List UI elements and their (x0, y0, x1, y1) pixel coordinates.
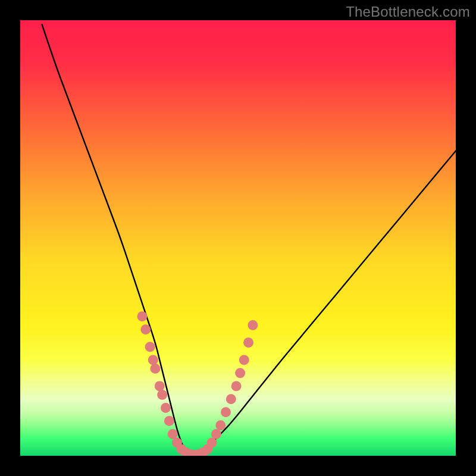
curve-marker (164, 416, 174, 426)
curve-marker (161, 403, 171, 413)
curve-marker (248, 320, 258, 330)
watermark-text: TheBottleneck.com (346, 4, 470, 20)
curve-marker (231, 381, 242, 391)
curve-marker (150, 364, 160, 374)
plot-area (20, 20, 456, 456)
curve-marker (140, 324, 151, 334)
chart-svg (20, 20, 456, 456)
curve-marker (157, 390, 167, 400)
curve-marker (168, 429, 178, 439)
curve-marker (226, 394, 236, 404)
curve-marker (155, 381, 165, 391)
curve-marker (148, 355, 158, 365)
curve-marker (207, 438, 217, 448)
curve-marker (215, 420, 226, 430)
chart-frame: TheBottleneck.com (0, 0, 476, 476)
curve-marker (145, 342, 155, 352)
curve-marker (211, 429, 221, 439)
curve-marker (239, 355, 249, 365)
curve-marker (243, 337, 253, 347)
curve-marker (235, 368, 245, 378)
curve-marker (137, 311, 147, 321)
curve-marker (221, 407, 231, 417)
